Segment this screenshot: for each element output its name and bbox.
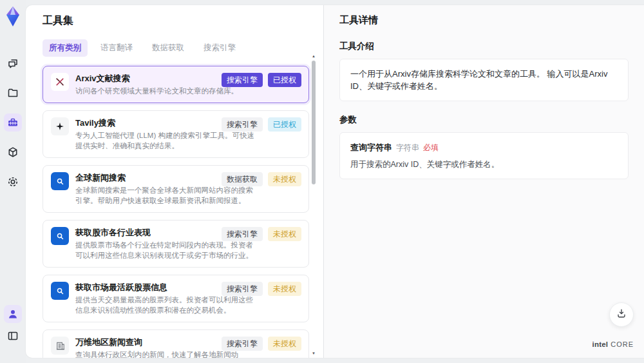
intel-core-logo: intel CORE [592, 340, 634, 348]
tool-description: 全球新闻搜索是一个聚合全球各大新闻网站内容的搜索引擎。帮助用户快速获取全球最新资… [75, 185, 256, 206]
detail-title: 工具详情 [339, 14, 629, 26]
brand-secondary: CORE [611, 340, 634, 348]
param-name: 查询字符串 [350, 142, 392, 152]
tool-badges: 搜索引擎已授权 [222, 117, 301, 132]
tool-badges: 搜索引擎未授权 [222, 227, 301, 241]
building-icon [51, 337, 69, 355]
tool-card[interactable]: 获取股市各行业表现 提供股票市场各个行业在特定时间段内的表现。投资者可以利用这些… [43, 220, 309, 268]
tool-list: Arxiv文献搜索 访问各个研究领域大量科学论文和文章的存储库。 搜索引擎已授权… [43, 66, 309, 358]
user-icon[interactable] [4, 305, 22, 323]
list-scrollbar[interactable]: ▲ ▼ [310, 54, 317, 355]
layout-toggle-icon[interactable] [4, 327, 22, 345]
tool-card[interactable]: 获取市场最活跃股票信息 提供当天交易量最高的股票列表。投资者可以利用这些信息来识… [43, 275, 309, 322]
category-badge[interactable]: 搜索引擎 [222, 117, 263, 132]
scrollbar-thumb[interactable] [312, 61, 316, 184]
main-window: 工具集 所有类别语言翻译数据获取搜索引擎 Arxiv文献搜索 访问各个研究领域大… [26, 5, 644, 358]
auth-badge[interactable]: 已授权 [268, 73, 301, 87]
chat-icon[interactable] [4, 54, 22, 72]
app-logo-icon [3, 5, 23, 28]
scroll-down-icon[interactable]: ▼ [312, 351, 316, 355]
category-badge[interactable]: 搜索引擎 [222, 227, 263, 241]
auth-badge[interactable]: 未授权 [268, 282, 301, 296]
page-title: 工具集 [43, 14, 323, 28]
download-icon [616, 308, 627, 322]
tool-card[interactable]: Tavily搜索 专为人工智能代理 (LLM) 构建的搜索引擎工具。可快速提供实… [43, 110, 309, 158]
tool-description: 提供当天交易量最高的股票列表。投资者可以利用这些信息来识别流动性强的股票和潜在的… [75, 295, 256, 315]
toolbox-icon[interactable] [4, 113, 22, 132]
tool-badges: 数据获取未授权 [222, 172, 301, 186]
intro-card: 一个用于从Arxiv存储库搜索科学论文和文章的工具。 输入可以是Arxiv ID… [339, 59, 629, 101]
tavily-icon [51, 117, 69, 135]
blue-search-icon [51, 172, 69, 190]
tool-description: 专为人工智能代理 (LLM) 构建的搜索引擎工具。可快速提供实时、准确和真实的结… [75, 130, 256, 151]
intro-text: 一个用于从Arxiv存储库搜索科学论文和文章的工具。 输入可以是Arxiv ID… [350, 68, 618, 92]
arxiv-icon [51, 73, 69, 91]
brand-primary: intel [592, 340, 609, 348]
tab-item-2[interactable]: 数据获取 [146, 39, 191, 57]
param-header: 查询字符串字符串必填 [350, 141, 618, 153]
gear-icon[interactable] [4, 173, 22, 191]
param-desc: 用于搜索的Arxiv ID、关键字或作者姓名。 [350, 159, 618, 170]
auth-badge[interactable]: 已授权 [268, 117, 301, 132]
category-badge[interactable]: 搜索引擎 [222, 282, 263, 296]
tool-badges: 搜索引擎已授权 [222, 73, 301, 87]
auth-badge[interactable]: 未授权 [268, 337, 301, 351]
download-button[interactable] [609, 302, 634, 327]
blue-search-icon [51, 282, 69, 300]
tools-list-panel: 工具集 所有类别语言翻译数据获取搜索引擎 Arxiv文献搜索 访问各个研究领域大… [26, 5, 323, 358]
intro-heading: 工具介绍 [339, 41, 629, 52]
param-type: 字符串 [396, 143, 419, 152]
tab-item-3[interactable]: 搜索引擎 [197, 39, 242, 57]
category-badge[interactable]: 搜索引擎 [222, 73, 263, 87]
tool-card[interactable]: 万维地区新闻查询 查询具体行政区划内的新闻，快速了解各地新闻动 搜索引擎未授权 [43, 329, 309, 358]
category-badge[interactable]: 数据获取 [222, 172, 263, 186]
tab-item-0[interactable]: 所有类别 [43, 39, 88, 57]
scroll-up-icon[interactable]: ▲ [312, 54, 316, 58]
auth-badge[interactable]: 未授权 [268, 227, 301, 241]
tool-card[interactable]: 全球新闻搜索 全球新闻搜索是一个聚合全球各大新闻网站内容的搜索引擎。帮助用户快速… [43, 165, 309, 213]
param-card: 查询字符串字符串必填 用于搜索的Arxiv ID、关键字或作者姓名。 [339, 132, 629, 179]
cube-icon[interactable] [4, 143, 22, 161]
tool-description: 提供股票市场各个行业在特定时间段内的表现。投资者可以利用这些信息来识别表现优于或… [75, 240, 256, 260]
blue-search-icon [51, 227, 69, 245]
category-badge[interactable]: 搜索引擎 [222, 337, 263, 351]
tool-description: 访问各个研究领域大量科学论文和文章的存储库。 [75, 86, 256, 96]
auth-badge[interactable]: 未授权 [268, 172, 301, 186]
tool-detail-panel: 工具详情 工具介绍 一个用于从Arxiv存储库搜索科学论文和文章的工具。 输入可… [323, 5, 644, 358]
param-required-badge: 必填 [423, 143, 439, 152]
tool-badges: 搜索引擎未授权 [222, 282, 301, 296]
params-heading: 参数 [339, 114, 629, 126]
tab-item-1[interactable]: 语言翻译 [94, 39, 139, 57]
folder-icon[interactable] [4, 84, 22, 102]
left-rail [0, 0, 26, 363]
app-window: 工具集 所有类别语言翻译数据获取搜索引擎 Arxiv文献搜索 访问各个研究领域大… [0, 0, 644, 363]
tool-card[interactable]: Arxiv文献搜索 访问各个研究领域大量科学论文和文章的存储库。 搜索引擎已授权 [43, 66, 309, 103]
tool-badges: 搜索引擎未授权 [222, 337, 301, 351]
tab-bar: 所有类别语言翻译数据获取搜索引擎 [43, 39, 323, 57]
